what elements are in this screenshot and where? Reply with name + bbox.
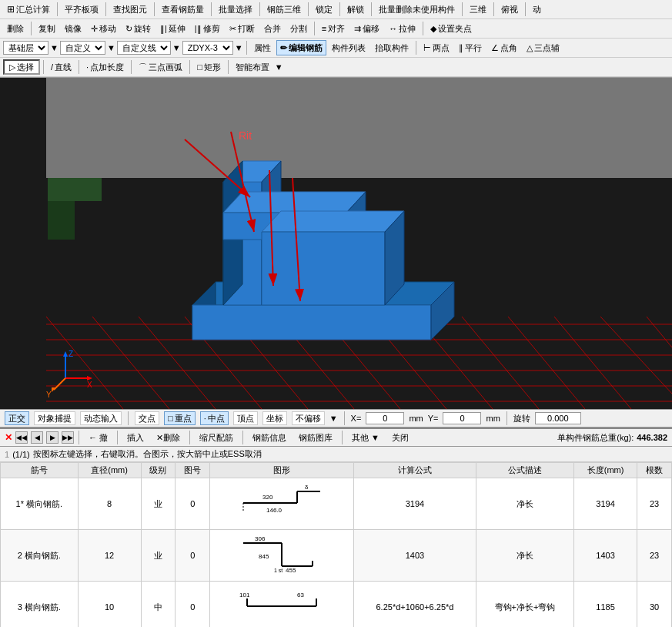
x-coord-input[interactable] — [366, 412, 404, 424]
other-button[interactable]: 其他 ▼ — [347, 431, 384, 444]
intersection-snap[interactable]: 交点 — [135, 411, 159, 425]
rebar-library-button[interactable]: 钢筋图库 — [294, 431, 337, 444]
zdyx-select[interactable]: ZDYX-3 — [182, 41, 233, 55]
endpoint-snap[interactable]: 顶点 — [233, 411, 258, 425]
no-offset-toggle[interactable]: 不偏移 — [292, 411, 325, 425]
row1-number: 1* 横向钢筋. — [1, 478, 79, 530]
split-button[interactable]: 分割 — [286, 21, 311, 36]
cut-button[interactable]: ✂ 打断 — [226, 21, 259, 36]
center-snap[interactable]: · 中点 — [200, 411, 229, 425]
batch-delete-button[interactable]: 批量删除未使用构件 — [375, 2, 459, 17]
coords-snap[interactable]: 坐标 — [262, 411, 287, 425]
rebar-table: 筋号 直径(mm) 级别 图号 图形 计算公式 公式描述 长度(mm) 根数 1… — [0, 462, 672, 627]
sep3 — [154, 2, 155, 16]
midpoint-snap[interactable]: □ 重点 — [164, 411, 196, 425]
sep13 — [314, 22, 315, 35]
col-header-diameter: 直径(mm) — [78, 463, 141, 478]
align-button[interactable]: ≡ 对齐 — [318, 21, 349, 36]
scale-layout-button[interactable]: 缩尺配筋 — [195, 431, 238, 444]
nav-first-button[interactable]: ◀◀ — [15, 431, 28, 444]
point-length-button[interactable]: · 点加长度 — [82, 59, 128, 75]
pick-component-button[interactable]: 抬取构件 — [371, 40, 413, 55]
stretch-button[interactable]: ↔ 拉伸 — [385, 21, 420, 36]
svg-marker-44 — [262, 232, 385, 305]
move-button[interactable]: ✛ 移动 — [87, 21, 120, 36]
nav-prev-button[interactable]: ◀ — [31, 431, 43, 444]
row1-drawing: 320 146.0 δ — [210, 478, 354, 530]
copy-button[interactable]: 复制 — [35, 21, 59, 36]
row2-desc: 净长 — [476, 530, 573, 582]
page-count: 1 — [5, 450, 9, 459]
offset-button[interactable]: ⇉ 偏移 — [350, 21, 383, 36]
svg-rect-30 — [48, 178, 102, 201]
delete-button[interactable]: 删除 — [3, 21, 28, 36]
row3-length: 1185 — [574, 582, 637, 628]
svg-text:455: 455 — [286, 567, 296, 574]
close-button[interactable]: 关闭 — [387, 431, 413, 444]
edit-rebar-button[interactable]: ✏ 编辑钢筋 — [276, 40, 326, 55]
3d-view-button[interactable]: 三维 — [466, 2, 490, 17]
mirror-button[interactable]: 镜像 — [61, 21, 85, 36]
command-bar: ✕ ◀◀ ◀ ▶ ▶▶ ← 撤 插入 ✕删除 缩尺配筋 钢筋信息 钢筋图库 其他… — [0, 429, 672, 447]
properties-button[interactable]: 属性 — [250, 40, 275, 55]
viewport-3d[interactable]: Rit Z X Y — [0, 78, 672, 409]
sum-calc-button[interactable]: ⊞汇总计算 — [3, 2, 54, 17]
table-row[interactable]: 1* 横向钢筋. 8 业 0 320 1 — [1, 478, 672, 530]
y-coord-input[interactable] — [443, 412, 481, 424]
col-header-count: 根数 — [637, 463, 672, 478]
line-tool-button[interactable]: / 直线 — [47, 59, 75, 75]
delete-cmd-button[interactable]: ✕删除 — [152, 431, 185, 444]
sep-st2 — [344, 411, 345, 425]
rect-button[interactable]: □ 矩形 — [193, 59, 225, 75]
table-row[interactable]: 2 横向钢筋. 12 业 0 306 8 — [1, 530, 672, 582]
parallel-view-button[interactable]: 俯视 — [497, 2, 522, 17]
set-point-button[interactable]: ◆ 设置夹点 — [426, 21, 476, 36]
rebar-info-button[interactable]: 钢筋信息 — [248, 431, 291, 444]
ortho-toggle[interactable]: 正交 — [5, 411, 29, 425]
row3-drawing: 101 63 — [210, 582, 354, 628]
table-row[interactable]: 3 横向钢筋. 10 中 0 101 63 — [1, 582, 672, 628]
batch-select-button[interactable]: 批量选择 — [215, 2, 256, 17]
parallel-button[interactable]: ∥ 平行 — [455, 40, 486, 55]
undo-button[interactable]: ← 撤 — [84, 431, 112, 444]
snap-toggle[interactable]: 对象捕提 — [34, 411, 75, 425]
lock-button[interactable]: 锁定 — [312, 2, 336, 17]
line-select[interactable]: 自定义线 — [117, 41, 171, 55]
nav-next-button[interactable]: ▶ — [46, 431, 59, 444]
svg-text:101: 101 — [239, 592, 250, 598]
svg-text:Y: Y — [46, 391, 52, 399]
rotate-label: 旋转 — [513, 413, 530, 424]
sep-cmd4 — [242, 431, 243, 444]
merge-button[interactable]: 合并 — [260, 21, 285, 36]
rotate-input[interactable] — [535, 412, 581, 424]
animate-button[interactable]: 动 — [529, 2, 545, 17]
unlock-button[interactable]: 解锁 — [343, 2, 368, 17]
point-angle-button[interactable]: ∠ 点角 — [487, 40, 521, 55]
find-drawing-button[interactable]: 查找图元 — [109, 2, 151, 17]
svg-rect-7 — [0, 78, 46, 409]
rotate-button[interactable]: ↻ 旋转 — [122, 21, 155, 36]
three-arc-button[interactable]: ⌒ 三点画弧 — [135, 59, 186, 75]
custom-select[interactable]: 自定义 — [60, 41, 105, 55]
two-point-button[interactable]: ⊢ 两点 — [420, 40, 453, 55]
component-list-button[interactable]: 构件列表 — [328, 40, 369, 55]
three-point-aux-button[interactable]: △ 三点辅 — [523, 40, 563, 55]
nav-last-button[interactable]: ▶▶ — [62, 431, 74, 444]
row2-diameter: 12 — [78, 530, 141, 582]
row2-drawing: 306 845 455 1 st — [210, 530, 354, 582]
info-bar: 1 (1/1) 按图标左键选择，右键取消。合图示，按大箭中止或ESS取消 — [0, 447, 672, 462]
insert-button[interactable]: 插入 — [122, 431, 149, 444]
row3-desc: 弯钩+净长+弯钩 — [476, 582, 573, 628]
rebar-3d-button[interactable]: 钢筋三维 — [263, 2, 305, 17]
check-rebar-button[interactable]: 查看钢筋量 — [158, 2, 208, 17]
viewport-svg: Rit Z X Y — [0, 78, 672, 409]
extend-button[interactable]: ‖| 延伸 — [156, 21, 189, 36]
flat-view-button[interactable]: 平齐板项 — [61, 2, 102, 17]
smart-layout-button[interactable]: 智能布置 — [232, 59, 273, 75]
select-tool-button[interactable]: ▷ 选择 — [3, 59, 40, 75]
dynamic-input-toggle[interactable]: 动态输入 — [80, 411, 122, 425]
svg-text:X: X — [87, 381, 92, 389]
layer-select[interactable]: 基础层 — [3, 41, 48, 55]
close-panel-button[interactable]: ✕ — [5, 432, 12, 443]
trim-button[interactable]: |‖ 修剪 — [191, 21, 224, 36]
